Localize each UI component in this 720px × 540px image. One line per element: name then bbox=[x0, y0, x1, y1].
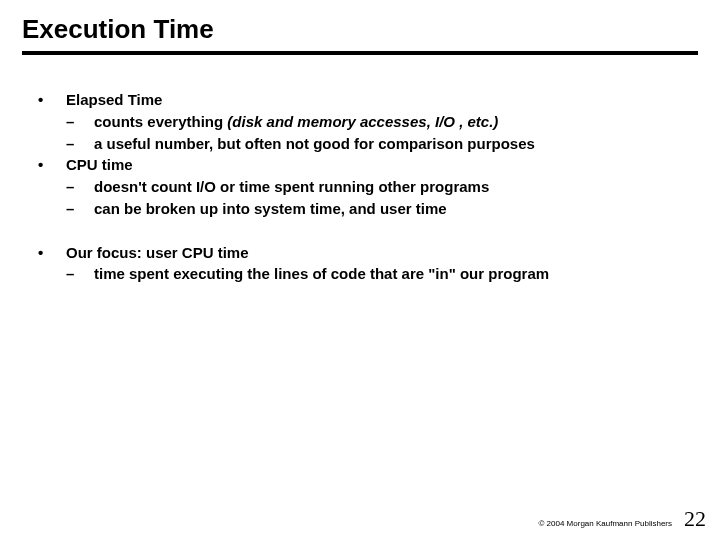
sub-text-plain: counts everything bbox=[94, 113, 227, 130]
dash-icon: – bbox=[66, 263, 94, 285]
bullet-3: • Our focus: user CPU time bbox=[32, 242, 698, 264]
bullet-2-sub-2-text: can be broken up into system time, and u… bbox=[94, 198, 698, 220]
bullet-1-head: Elapsed Time bbox=[66, 89, 698, 111]
bullet-2-sub-2: – can be broken up into system time, and… bbox=[32, 198, 698, 220]
footer: © 2004 Morgan Kaufmann Publishers 22 bbox=[538, 506, 706, 532]
bullet-1-sub-2: – a useful number, but often not good fo… bbox=[32, 133, 698, 155]
bullet-3-head: Our focus: user CPU time bbox=[66, 242, 698, 264]
bullet-2-head: CPU time bbox=[66, 154, 698, 176]
bullet-icon: • bbox=[32, 242, 66, 264]
slide-title: Execution Time bbox=[22, 14, 698, 45]
spacer bbox=[32, 220, 698, 242]
bullet-3-sub-1-text: time spent executing the lines of code t… bbox=[94, 263, 698, 285]
dash-icon: – bbox=[66, 198, 94, 220]
bullet-1-sub-2-text: a useful number, but often not good for … bbox=[94, 133, 698, 155]
slide-content: • Elapsed Time – counts everything (disk… bbox=[22, 89, 698, 285]
page-number: 22 bbox=[684, 506, 706, 532]
bullet-2: • CPU time bbox=[32, 154, 698, 176]
dash-icon: – bbox=[66, 176, 94, 198]
bullet-1-sub-1-text: counts everything (disk and memory acces… bbox=[94, 111, 698, 133]
bullet-icon: • bbox=[32, 154, 66, 176]
bullet-2-sub-1: – doesn't count I/O or time spent runnin… bbox=[32, 176, 698, 198]
bullet-icon: • bbox=[32, 89, 66, 111]
bullet-1: • Elapsed Time bbox=[32, 89, 698, 111]
dash-icon: – bbox=[66, 133, 94, 155]
slide: Execution Time • Elapsed Time – counts e… bbox=[0, 0, 720, 285]
bullet-1-sub-1: – counts everything (disk and memory acc… bbox=[32, 111, 698, 133]
bullet-2-sub-1-text: doesn't count I/O or time spent running … bbox=[94, 176, 698, 198]
title-rule bbox=[22, 51, 698, 55]
dash-icon: – bbox=[66, 111, 94, 133]
sub-text-italic: (disk and memory accesses, I/O , etc.) bbox=[227, 113, 498, 130]
copyright-text: © 2004 Morgan Kaufmann Publishers bbox=[538, 519, 672, 528]
bullet-3-sub-1: – time spent executing the lines of code… bbox=[32, 263, 698, 285]
